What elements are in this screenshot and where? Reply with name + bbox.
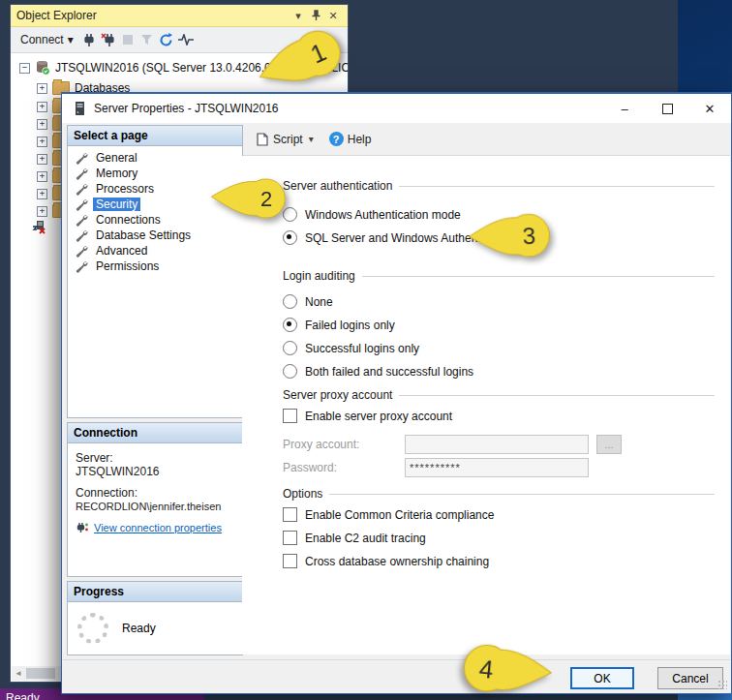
script-icon	[256, 133, 268, 146]
wrench-icon	[76, 229, 88, 242]
password-label: Password:	[283, 461, 397, 474]
radio-windows-auth[interactable]: Windows Authentication mode	[283, 207, 461, 222]
screen: Ready Object Explorer ▾ ✕ Connect ▾	[0, 0, 732, 700]
progress-status: Ready	[122, 622, 156, 635]
checkbox-icon[interactable]	[283, 507, 297, 522]
expand-icon[interactable]: +	[37, 206, 47, 217]
checkbox-cross-db-chaining[interactable]: Cross database ownership chaining	[283, 554, 489, 568]
checkbox-icon[interactable]	[283, 531, 297, 545]
close-icon[interactable]: ✕	[688, 94, 731, 123]
collapse-icon[interactable]: −	[19, 63, 30, 74]
radio-icon[interactable]	[283, 230, 297, 245]
scrollbar-thumb[interactable]	[26, 668, 55, 679]
select-page-header: Select a page	[68, 126, 242, 146]
checkbox-c2-audit[interactable]: Enable C2 audit tracing	[283, 531, 426, 545]
proxy-account-field[interactable]	[405, 435, 589, 454]
help-button[interactable]: Help	[348, 133, 372, 146]
page-item-database-settings[interactable]: Database Settings	[68, 228, 242, 243]
callout-4: 4	[451, 640, 557, 700]
stop-icon	[118, 31, 137, 48]
dialog-titlebar[interactable]: Server Properties - JTSQLWIN2016 – ✕	[62, 94, 731, 123]
progress-spinner-icon	[77, 613, 108, 644]
chevron-down-icon: ▾	[68, 33, 74, 46]
server-properties-dialog: Server Properties - JTSQLWIN2016 – ✕ Scr…	[61, 92, 732, 694]
svg-text:2: 2	[260, 187, 272, 211]
dialog-title: Server Properties - JTSQLWIN2016	[94, 102, 279, 115]
radio-successful-logins[interactable]: Successful logins only	[283, 341, 419, 355]
radio-icon[interactable]	[283, 318, 297, 332]
radio-icon[interactable]	[283, 294, 297, 309]
expand-icon[interactable]: +	[37, 83, 47, 94]
callout-3: 3	[458, 210, 568, 262]
sql-server-agent-icon	[32, 220, 46, 234]
wrench-icon	[76, 245, 88, 258]
wrench-icon	[76, 260, 88, 273]
refresh-icon[interactable]	[157, 31, 176, 48]
wrench-icon	[76, 152, 88, 165]
radio-none[interactable]: None	[283, 294, 333, 309]
page-item-permissions[interactable]: Permissions	[68, 259, 242, 274]
password-row: Password: **********	[283, 458, 589, 477]
connection-server-value: JTSQLWIN2016	[76, 465, 236, 478]
svg-text:3: 3	[522, 223, 536, 250]
checkbox-enable-proxy[interactable]: Enable server proxy account	[283, 409, 452, 423]
chevron-down-icon: ▾	[309, 134, 314, 144]
connection-server-label: Server:	[76, 451, 236, 465]
expand-icon[interactable]: +	[37, 154, 47, 165]
progress-pane: Progress Ready	[67, 581, 243, 655]
sql-server-icon	[35, 60, 50, 76]
radio-both-logins[interactable]: Both failed and successful logins	[283, 364, 473, 379]
activity-monitor-icon[interactable]	[176, 31, 196, 48]
progress-header: Progress	[68, 582, 242, 602]
cancel-button[interactable]: Cancel	[657, 667, 723, 689]
resize-grip[interactable]	[717, 680, 727, 689]
status-text: Ready	[6, 691, 40, 700]
disconnect-object-icon[interactable]	[99, 31, 118, 48]
server-proxy-group: Server proxy account	[283, 388, 715, 402]
expand-icon[interactable]: +	[37, 119, 47, 130]
checkbox-common-criteria[interactable]: Enable Common Criteria compliance	[283, 507, 494, 522]
connect-button[interactable]: Connect ▾	[15, 31, 79, 48]
script-button[interactable]: Script ▾	[273, 133, 314, 146]
wrench-icon	[76, 198, 88, 211]
radio-failed-logins[interactable]: Failed logins only	[283, 318, 395, 332]
window-position-icon[interactable]: ▾	[290, 8, 307, 23]
ok-button[interactable]: OK	[570, 667, 634, 689]
page-item-general[interactable]: General	[68, 150, 242, 166]
browse-button[interactable]: ...	[596, 435, 622, 454]
scroll-left-icon[interactable]: ◄	[15, 669, 22, 678]
connect-object-icon[interactable]	[79, 31, 99, 48]
view-connection-properties-link[interactable]: View connection properties	[94, 522, 222, 533]
help-icon: ?	[329, 132, 344, 146]
server-authentication-group: Server authentication	[283, 179, 715, 193]
horizontal-scrollbar[interactable]: ◄	[12, 666, 64, 681]
login-auditing-group: Login auditing	[283, 269, 715, 283]
connection-connection-value: RECORDLION\jennifer.theisen	[76, 500, 236, 513]
maximize-icon[interactable]	[646, 94, 688, 123]
wrench-icon	[76, 167, 88, 180]
page-item-advanced[interactable]: Advanced	[68, 243, 242, 259]
wrench-icon	[76, 214, 88, 227]
object-explorer-titlebar: Object Explorer ▾ ✕	[11, 5, 348, 27]
expand-icon[interactable]: +	[37, 189, 47, 199]
dialog-button-bar: OK Cancel	[63, 659, 730, 692]
wrench-icon	[76, 183, 88, 196]
expand-icon[interactable]: +	[37, 171, 47, 182]
minimize-icon[interactable]: –	[603, 94, 646, 123]
tree-item-sql-server-agent[interactable]	[11, 218, 46, 235]
options-group: Options	[283, 487, 715, 501]
proxy-account-row: Proxy account: ...	[283, 435, 622, 454]
expand-icon[interactable]: +	[37, 137, 47, 147]
checkbox-icon[interactable]	[283, 554, 297, 568]
object-explorer-title: Object Explorer	[16, 9, 97, 22]
connection-properties-icon	[76, 522, 89, 533]
password-field[interactable]: **********	[405, 458, 589, 477]
server-icon	[75, 101, 85, 116]
connection-connection-label: Connection:	[76, 486, 236, 500]
radio-icon[interactable]	[283, 341, 297, 355]
checkbox-icon[interactable]	[283, 409, 297, 423]
callout-2: 2	[209, 177, 294, 220]
radio-icon[interactable]	[283, 364, 297, 379]
expand-icon[interactable]: +	[37, 102, 47, 112]
proxy-account-label: Proxy account:	[283, 438, 397, 451]
